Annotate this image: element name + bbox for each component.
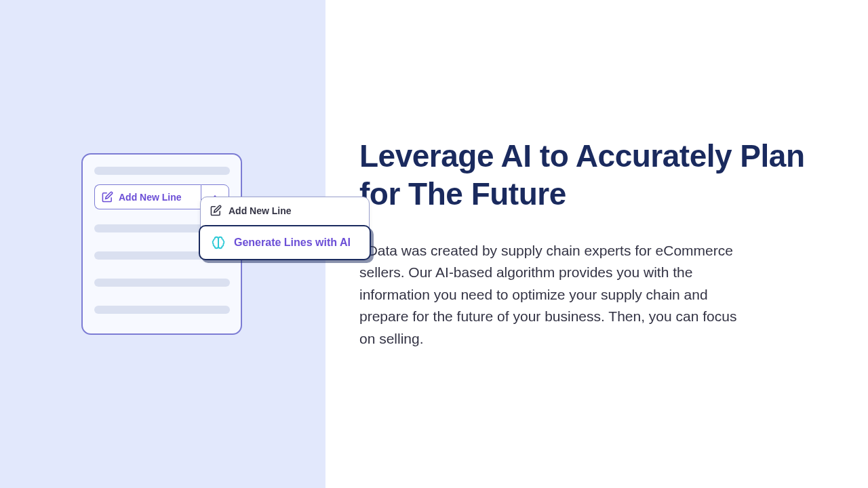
skeleton-line [94, 306, 230, 314]
skeleton-line [94, 279, 230, 287]
add-new-line-label: Add New Line [119, 192, 182, 203]
ui-card-container: Add New Line Add New Line [81, 153, 242, 335]
menu-item-label: Add New Line [229, 205, 292, 216]
illustration-panel: Add New Line Add New Line [0, 0, 326, 488]
edit-icon [102, 191, 113, 203]
content-panel: Leverage AI to Accurately Plan for The F… [326, 0, 868, 488]
mock-card: Add New Line Add New Line [81, 153, 242, 335]
edit-icon [210, 205, 222, 216]
dropdown-menu: Add New Line Generate Lines with AI [200, 197, 370, 260]
brain-icon [211, 235, 226, 250]
description: 8Data was created by supply chain expert… [359, 240, 739, 350]
headline: Leverage AI to Accurately Plan for The F… [359, 138, 834, 212]
menu-item-generate-ai[interactable]: Generate Lines with AI [199, 225, 371, 260]
add-new-line-button[interactable]: Add New Line [94, 184, 201, 209]
menu-item-label: Generate Lines with AI [234, 237, 351, 249]
skeleton-line [94, 167, 230, 175]
menu-item-add-line[interactable]: Add New Line [201, 197, 369, 224]
